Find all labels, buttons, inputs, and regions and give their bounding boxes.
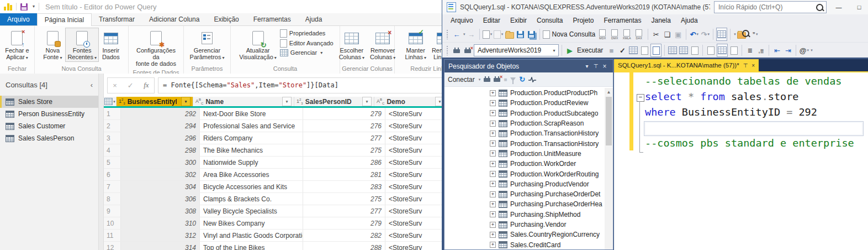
code-line[interactable]: where BusinessEntityID = 292 — [645, 105, 868, 120]
execute-button[interactable]: Executar — [577, 46, 603, 54]
maximize-button[interactable]: □ — [851, 1, 867, 13]
column-header-businessentityid[interactable]: 123BusinessEntityID▾ — [117, 97, 193, 106]
pin-icon[interactable]: ⊤ — [591, 63, 600, 69]
query-list-item[interactable]: Sales SalesPerson — [0, 132, 98, 144]
table-row[interactable]: 3296Riders Company277<StoreSurv — [104, 132, 447, 144]
undo-icon[interactable]: ↶▾ — [689, 28, 699, 40]
template-parameters-icon[interactable]: @▾ — [799, 44, 809, 56]
data-cell[interactable]: 275 — [303, 193, 385, 205]
tree-item[interactable]: +Production.ScrapReason — [444, 118, 613, 128]
caret-down-icon[interactable]: ▾ — [463, 32, 465, 37]
tree-item[interactable]: +Production.ProductSubcatego — [444, 108, 613, 118]
window-position-icon[interactable]: ▾ — [583, 63, 591, 69]
row-number-cell[interactable]: 9 — [104, 205, 121, 217]
data-cell[interactable]: Next-Door Bike Store — [200, 108, 303, 119]
data-cell[interactable]: <StoreSurv — [385, 120, 447, 132]
code-line[interactable]: --cosmos pbs standard e enterprise — [645, 136, 868, 151]
column-header-salespersonid[interactable]: 123SalesPersonID▾ — [294, 97, 374, 106]
expand-icon[interactable]: + — [490, 150, 496, 157]
column-header-name[interactable]: ABCName▾ — [193, 97, 294, 106]
close-and-apply-button[interactable]: ×↑ Fechar e Aplicar▾ — [3, 28, 31, 62]
menu-ferramentas[interactable]: Ferramentas — [599, 17, 646, 24]
menu-editar[interactable]: Editar — [478, 17, 505, 24]
close-tab-icon[interactable]: × — [751, 62, 755, 69]
expand-icon[interactable]: + — [490, 191, 496, 197]
minimize-button[interactable]: — — [830, 1, 847, 13]
expand-icon[interactable]: + — [490, 100, 496, 106]
filter-caret-icon[interactable]: ▾ — [181, 97, 190, 106]
expand-icon[interactable]: + — [490, 232, 496, 238]
data-cell[interactable]: <StoreSurv — [385, 169, 447, 180]
data-cell[interactable]: Top of the Line Bikes — [200, 242, 303, 250]
row-number-cell[interactable]: 6 — [104, 169, 121, 180]
data-cell[interactable]: Valley Bicycle Specialists — [200, 205, 303, 217]
pq-tab-exibição[interactable]: Exibição — [207, 13, 246, 25]
refresh-icon[interactable]: ↻ — [519, 75, 525, 84]
table-row[interactable]: 6302Area Bike Accessories281<StoreSurv — [104, 169, 447, 181]
data-cell[interactable]: <StoreSurv — [385, 217, 447, 229]
copy-icon[interactable]: ❏ — [662, 28, 672, 40]
data-cell[interactable]: 279 — [303, 108, 385, 119]
manage-button[interactable]: Gerenciar ▾ — [280, 49, 334, 56]
tree-item[interactable]: +Sales.CountryRegionCurrency — [444, 230, 613, 239]
expand-icon[interactable]: + — [490, 90, 496, 96]
data-cell[interactable]: <StoreSurv — [385, 181, 447, 192]
data-cell[interactable]: 281 — [303, 169, 385, 180]
data-cell[interactable]: <StoreSurv — [385, 242, 447, 250]
tree-item[interactable]: +Purchasing.PurchaseOrderDet — [444, 189, 613, 199]
connect-icon[interactable] — [452, 44, 462, 56]
data-cell[interactable]: The Bike Mechanics — [200, 144, 303, 156]
new-mdx-query-icon[interactable]: MDX — [596, 28, 608, 40]
results-to-file-icon[interactable] — [729, 44, 739, 56]
enter-data-button[interactable]: Inserir Dados — [100, 28, 122, 62]
tree-item[interactable]: +Production.UnitMeasure — [444, 149, 613, 159]
parse-icon[interactable]: ✓ — [617, 44, 627, 56]
navigate-back-icon[interactable]: ← — [452, 28, 462, 40]
tree-item[interactable]: +Purchasing.ProductVendor — [444, 179, 613, 189]
caret-down-icon[interactable]: ▾ — [550, 45, 558, 56]
connect-server-icon[interactable] — [484, 78, 490, 82]
data-cell[interactable]: 277 — [303, 132, 385, 144]
pq-tab-arquivo[interactable]: Arquivo — [0, 13, 37, 25]
pq-tab-página-inicial[interactable]: Página Inicial — [37, 13, 92, 26]
toolbar-grip[interactable] — [446, 45, 449, 55]
expand-icon[interactable]: + — [490, 140, 496, 147]
row-number-cell[interactable]: 10 — [104, 217, 121, 229]
new-dmx-query-icon[interactable]: DMX — [608, 28, 621, 40]
filter-caret-icon[interactable]: ▾ — [282, 97, 292, 106]
menu-arquivo[interactable]: Arquivo — [446, 17, 478, 24]
query-list-item[interactable]: Sales Customer — [0, 120, 98, 132]
select-all-corner[interactable]: ▾ — [104, 97, 117, 106]
data-cell[interactable]: 298 — [121, 144, 200, 156]
intellisense-toggle-icon[interactable] — [650, 44, 661, 57]
collapse-region-icon[interactable]: − — [637, 94, 644, 102]
save-icon[interactable] — [20, 3, 28, 11]
menu-exibir[interactable]: Exibir — [505, 17, 532, 24]
pin-icon[interactable]: ⊤ — [743, 62, 748, 69]
tree-item[interactable]: +Production.WorkOrderRouting — [444, 169, 613, 179]
expand-icon[interactable]: + — [490, 242, 496, 248]
column-header-demo[interactable]: ABCDemo▾ — [374, 97, 447, 106]
data-cell[interactable]: Bicycle Accessories and Kits — [200, 181, 303, 192]
data-cell[interactable]: <StoreSurv — [385, 230, 447, 241]
data-cell[interactable]: 282 — [303, 230, 385, 241]
refresh-preview-button[interactable]: ↻ Atualizar Visualização▾ — [237, 28, 279, 62]
expand-icon[interactable]: + — [490, 171, 496, 177]
client-stats-icon[interactable] — [690, 44, 700, 56]
row-number-cell[interactable]: 3 — [104, 132, 121, 144]
caret-down-icon[interactable]: ▾ — [479, 77, 481, 82]
tree-item[interactable]: +Purchasing.Vendor — [444, 220, 613, 230]
include-actual-plan-icon[interactable] — [668, 44, 678, 56]
data-cell[interactable]: <StoreSurv — [385, 132, 447, 144]
keep-rows-button[interactable]: ✓ Manter Linhas▾ — [403, 28, 428, 62]
code-line[interactable]: --selecionando tabelas de vendas — [645, 74, 868, 89]
find-in-files-icon[interactable] — [737, 28, 749, 40]
expand-icon[interactable]: + — [490, 121, 496, 127]
close-panel-icon[interactable]: × — [600, 62, 609, 70]
data-cell[interactable]: 277 — [303, 205, 385, 217]
data-cell[interactable]: 308 — [121, 205, 200, 217]
caret-down-icon[interactable]: ▾ — [734, 32, 736, 37]
data-source-settings-button[interactable]: ✱ Configurações da fonte de dados — [130, 28, 182, 69]
increase-indent-icon[interactable]: ⇥ — [783, 44, 793, 56]
uncomment-lines-icon[interactable]: ⹁≣ — [756, 44, 766, 56]
